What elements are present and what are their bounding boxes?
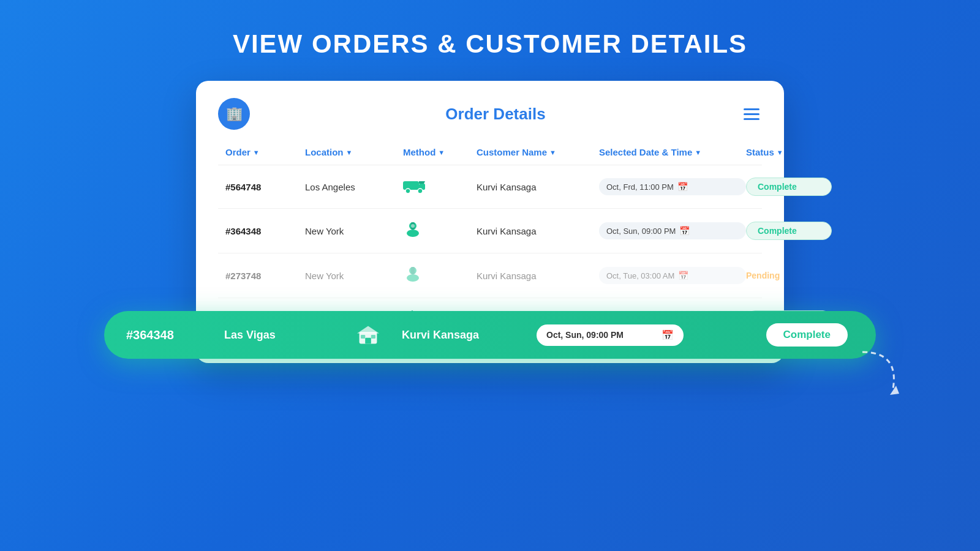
location: New York: [305, 271, 403, 281]
table-row: #273748 New York Kurvi Kansaga Oct, Tue,…: [218, 253, 762, 298]
location-dropdown-arrow: ▼: [346, 149, 353, 156]
logo-icon: 🏢: [226, 106, 243, 122]
date-badge: Oct, Frd, 11:00 PM 📅: [599, 178, 746, 195]
date-badge: Oct, Sun, 09:00 PM 📅: [599, 222, 746, 239]
status-badge: Complete: [746, 222, 832, 240]
svg-rect-0: [403, 181, 419, 190]
highlight-status-badge[interactable]: Complete: [766, 323, 848, 347]
svg-marker-22: [890, 386, 899, 395]
highlighted-row: #364348 Las Vigas Kurvi Kansaga Oct, Sun…: [104, 311, 876, 359]
order-dropdown-arrow: ▼: [253, 149, 260, 156]
calendar-icon: 📅: [677, 182, 688, 192]
method-dropdown-arrow: ▼: [438, 149, 445, 156]
status-badge: Complete: [746, 178, 832, 196]
method-icon: [403, 220, 477, 242]
calendar-icon: 📅: [678, 271, 688, 280]
page-title: VIEW ORDERS & CUSTOMER DETAILS: [233, 29, 747, 59]
col-header-status[interactable]: Status ▼: [746, 147, 832, 157]
status-badge: Pending: [746, 271, 832, 280]
customer-name: Kurvi Kansaga: [477, 182, 599, 192]
svg-marker-18: [357, 326, 379, 334]
col-header-datetime[interactable]: Selected Date & Time ▼: [599, 147, 746, 157]
location: New York: [305, 226, 403, 236]
highlight-method-icon: [334, 324, 402, 345]
logo-circle: 🏢: [218, 98, 250, 130]
order-number: #564748: [225, 182, 305, 192]
table-row: #564748 Los Angeles Kurvi Kansaga Oct, F…: [218, 165, 762, 209]
customer-dropdown-arrow: ▼: [549, 149, 556, 156]
svg-point-10: [407, 274, 419, 282]
status-dropdown-arrow: ▼: [777, 149, 783, 156]
svg-point-6: [407, 230, 419, 237]
svg-rect-20: [361, 335, 365, 339]
highlight-location: Las Vigas: [224, 329, 334, 342]
table-row: #364348 New York Kurvi Kansaga Oct, Sun,…: [218, 209, 762, 253]
highlight-order: #364348: [126, 328, 224, 342]
svg-rect-19: [365, 338, 371, 344]
dashed-arrow: [850, 340, 911, 401]
svg-marker-4: [419, 181, 425, 184]
date-badge: Oct, Tue, 03:00 AM 📅: [599, 267, 746, 284]
col-header-customer[interactable]: Customer Name ▼: [477, 147, 599, 157]
svg-rect-11: [411, 267, 415, 274]
customer-name: Kurvi Kansaga: [477, 226, 599, 236]
table-header: Order ▼ Location ▼ Method ▼ Customer Nam…: [218, 147, 762, 165]
highlight-customer: Kurvi Kansaga: [402, 329, 537, 342]
highlight-cal-icon: 📅: [662, 329, 674, 341]
location: Los Angeles: [305, 182, 403, 192]
hamburger-menu-button[interactable]: [741, 106, 762, 122]
card-header: 🏢 Order Details: [218, 98, 762, 130]
order-number: #364348: [225, 226, 305, 236]
col-header-method[interactable]: Method ▼: [403, 147, 477, 157]
col-header-location[interactable]: Location ▼: [305, 147, 403, 157]
col-header-order[interactable]: Order ▼: [225, 147, 305, 157]
calendar-icon: 📅: [679, 226, 690, 236]
datetime-dropdown-arrow: ▼: [695, 149, 701, 156]
order-number: #273748: [225, 271, 305, 281]
card-title: Order Details: [445, 105, 545, 124]
svg-rect-21: [371, 335, 375, 339]
method-icon: [403, 264, 477, 287]
method-icon: [403, 176, 477, 197]
svg-point-2: [405, 189, 410, 193]
customer-name: Kurvi Kansaga: [477, 271, 599, 281]
svg-point-3: [418, 189, 423, 193]
highlight-date-badge: Oct, Sun, 09:00 PM 📅: [537, 324, 684, 346]
svg-point-8: [411, 224, 415, 228]
